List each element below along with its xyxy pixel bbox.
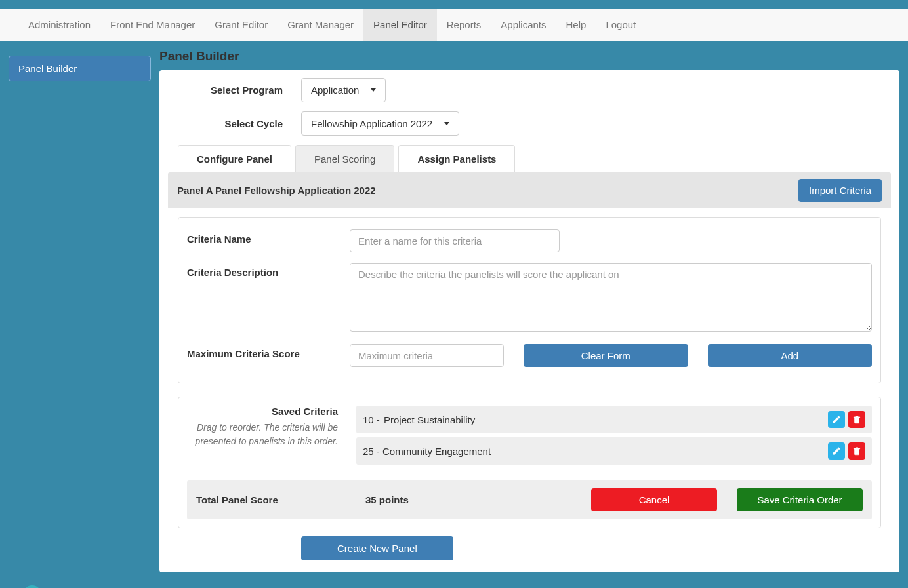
logo: G smart [9, 584, 41, 588]
select-cycle-dropdown[interactable]: Fellowship Application 2022 [301, 111, 459, 136]
saved-criteria-row[interactable]: 25 - Community Engagement [356, 437, 872, 465]
saved-criteria-row[interactable]: 10 - Project Sustainability [356, 406, 872, 433]
max-score-label: Maximum Criteria Score [187, 344, 350, 367]
saved-criteria-hint: Drag to reorder. The criteria will be pr… [187, 421, 338, 448]
clear-form-button[interactable]: Clear Form [524, 344, 688, 367]
nav-panel-editor[interactable]: Panel Editor [363, 9, 437, 41]
criteria-description-input[interactable] [350, 263, 872, 332]
footer: G smart Powered by WESTAF Terms of Use |… [0, 580, 908, 588]
criteria-name-input[interactable] [350, 229, 560, 252]
select-program-label: Select Program [178, 85, 301, 96]
saved-criteria-card: Saved Criteria Drag to reorder. The crit… [178, 397, 881, 528]
save-criteria-order-button[interactable]: Save Criteria Order [737, 488, 863, 511]
chevron-down-icon [371, 88, 376, 92]
criteria-name-label: Criteria Name [187, 229, 350, 252]
trash-icon[interactable] [848, 442, 865, 460]
nav-help[interactable]: Help [556, 9, 596, 41]
nav-grant-manager[interactable]: Grant Manager [278, 9, 363, 41]
edit-icon[interactable] [828, 442, 845, 460]
top-strip [0, 0, 908, 9]
page-title: Panel Builder [159, 41, 899, 70]
sidebar-item-panel-builder[interactable]: Panel Builder [9, 56, 151, 81]
cancel-button[interactable]: Cancel [591, 488, 717, 511]
criteria-description-label: Criteria Description [187, 263, 350, 334]
nav-grant-editor[interactable]: Grant Editor [205, 9, 278, 41]
select-program-dropdown[interactable]: Application [301, 78, 386, 102]
chevron-down-icon [444, 122, 449, 125]
import-criteria-button[interactable]: Import Criteria [798, 179, 882, 202]
tab-configure-panel[interactable]: Configure Panel [178, 145, 291, 172]
criteria-form: Criteria Name Criteria Description Maxim… [178, 217, 881, 383]
total-value: 35 points [365, 494, 591, 505]
trash-icon[interactable] [848, 411, 865, 428]
max-score-input[interactable] [350, 344, 504, 367]
select-cycle-label: Select Cycle [178, 118, 301, 129]
panel-header: Panel A Panel Fellowship Application 202… [168, 172, 891, 208]
total-row: Total Panel Score 35 points Cancel Save … [187, 480, 872, 519]
panel-header-title: Panel A Panel Fellowship Application 202… [177, 185, 376, 196]
add-button[interactable]: Add [708, 344, 873, 367]
panel-card: Select Program Application Select Cycle … [159, 70, 899, 572]
tabs: Configure Panel Panel Scoring Assign Pan… [178, 145, 881, 172]
select-cycle-value: Fellowship Application 2022 [311, 118, 432, 129]
edit-icon[interactable] [828, 411, 845, 428]
saved-criteria-text: 25 - Community Engagement [363, 446, 825, 457]
logo-g-icon: G [9, 584, 22, 588]
logo-smart-icon: smart [23, 585, 41, 589]
tab-assign-panelists[interactable]: Assign Panelists [398, 145, 515, 172]
sidebar: Panel Builder [0, 41, 159, 580]
create-new-panel-button[interactable]: Create New Panel [301, 536, 453, 560]
select-program-value: Application [311, 85, 359, 96]
nav-applicants[interactable]: Applicants [491, 9, 556, 41]
tab-panel-scoring[interactable]: Panel Scoring [295, 145, 394, 172]
nav-bar: Administration Front End Manager Grant E… [0, 9, 908, 41]
total-label: Total Panel Score [196, 494, 365, 505]
nav-administration[interactable]: Administration [18, 9, 100, 41]
saved-criteria-title: Saved Criteria [187, 406, 338, 417]
nav-logout[interactable]: Logout [596, 9, 646, 41]
nav-front-end-manager[interactable]: Front End Manager [100, 9, 205, 41]
saved-criteria-text: 10 - Project Sustainability [363, 414, 825, 425]
nav-reports[interactable]: Reports [437, 9, 491, 41]
